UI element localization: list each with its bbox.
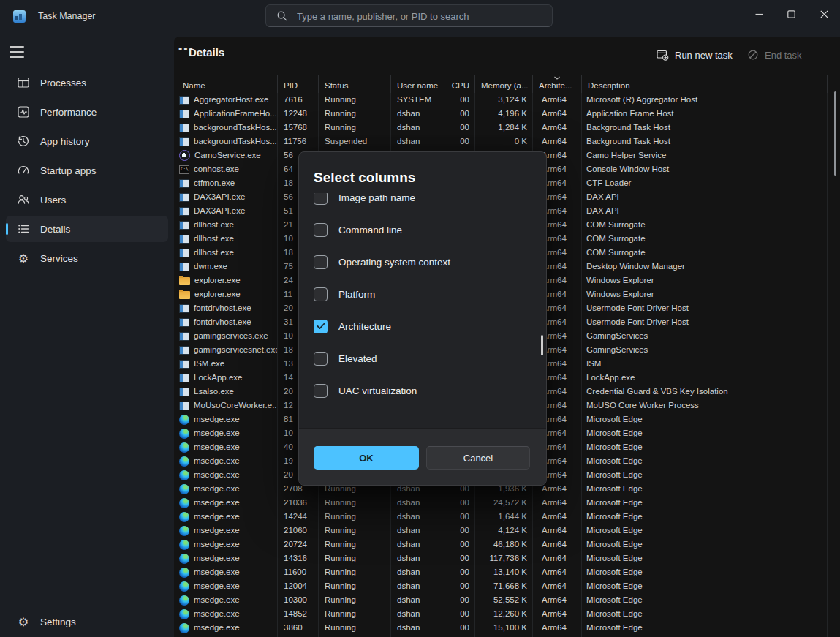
- process-name: msedge.exe: [194, 426, 240, 440]
- checkbox-item-uac-virtualization[interactable]: UAC virtualization: [314, 374, 417, 407]
- cell-user: dshan: [391, 510, 447, 524]
- table-row[interactable]: msedge.exe20724Runningdshan0046,180 KArm…: [175, 538, 828, 551]
- process-name: explorer.exe: [194, 287, 241, 301]
- table-row[interactable]: AggregatorHost.exe7616RunningSYSTEM003,1…: [175, 93, 828, 107]
- edge-process-icon: [179, 470, 189, 480]
- checkbox-item-operating-system-context[interactable]: Operating system context: [314, 246, 450, 278]
- search-input[interactable]: [295, 6, 547, 27]
- checkbox-unchecked[interactable]: [314, 352, 328, 366]
- cell-pid: 21036: [278, 496, 319, 510]
- cell-name: explorer.exe: [175, 287, 278, 301]
- column-header-user[interactable]: User name: [391, 75, 447, 93]
- column-header-desc[interactable]: Description: [582, 75, 828, 93]
- startup-apps-icon: [16, 163, 31, 178]
- sidebar-item-services[interactable]: ⚙Services: [6, 245, 168, 271]
- checkbox-item-platform[interactable]: Platform: [314, 278, 375, 310]
- sidebar-item-settings[interactable]: ⚙ Settings: [6, 608, 168, 635]
- cell-cpu: 00: [447, 107, 475, 121]
- process-name: DAX3API.exe: [194, 204, 245, 218]
- cancel-button[interactable]: Cancel: [426, 446, 530, 470]
- checkbox-item-command-line[interactable]: Command line: [314, 214, 402, 246]
- edge-process-icon: [179, 540, 189, 550]
- checkbox-label: Platform: [338, 289, 375, 300]
- sidebar-item-details[interactable]: Details: [6, 216, 168, 242]
- minimize-button[interactable]: [743, 0, 775, 28]
- table-row[interactable]: msedge.exe14852Runningdshan0012,260 KArm…: [175, 607, 828, 621]
- table-row[interactable]: msedge.exe3860Runningdshan0015,100 KArm6…: [175, 621, 828, 635]
- checkbox-item-image-path-name[interactable]: Image path name: [314, 193, 415, 214]
- maximize-button[interactable]: [775, 0, 807, 28]
- cell-cpu: 00: [447, 496, 475, 510]
- close-button[interactable]: [808, 0, 840, 28]
- window-process-icon: [179, 110, 189, 118]
- checkbox-unchecked[interactable]: [314, 193, 328, 205]
- search-box[interactable]: [265, 4, 553, 27]
- checkbox-checked[interactable]: [314, 320, 328, 333]
- process-name: dllhost.exe: [194, 232, 234, 246]
- cell-user: dshan: [391, 121, 447, 135]
- column-header-arch[interactable]: Archite...: [533, 75, 582, 93]
- cell-arch: Arm64: [533, 579, 582, 593]
- table-row[interactable]: msedge.exe14316Runningdshan00117,736 KAr…: [175, 551, 828, 565]
- cell-arch: Arm64: [533, 538, 582, 551]
- checkbox-label: Command line: [338, 225, 402, 235]
- cell-name: MoUsoCoreWorker.e...: [175, 399, 278, 412]
- column-header-name[interactable]: Name: [175, 75, 278, 93]
- cell-desc: Microsoft Edge: [582, 510, 828, 524]
- table-row[interactable]: msedge.exe12004Runningdshan0071,668 KArm…: [175, 579, 828, 593]
- window-process-icon: [179, 249, 189, 257]
- process-name: msedge.exe: [194, 468, 240, 482]
- table-row[interactable]: msedge.exe21036Runningdshan0024,572 KArm…: [175, 496, 828, 510]
- table-row[interactable]: msedge.exe14244Runningdshan001,644 KArm6…: [175, 510, 828, 524]
- checkbox-unchecked[interactable]: [314, 384, 328, 398]
- sidebar-item-users[interactable]: Users: [6, 186, 168, 213]
- edge-process-icon: [179, 609, 189, 619]
- dialog-scrollbar-thumb[interactable]: [541, 335, 543, 355]
- sidebar-item-performance[interactable]: Performance: [6, 99, 168, 125]
- cell-name: msedge.exe: [175, 565, 278, 579]
- checkbox-label: Image path name: [338, 193, 415, 203]
- ok-button[interactable]: OK: [314, 446, 419, 470]
- checkbox-unchecked[interactable]: [314, 255, 328, 269]
- end-task-button[interactable]: End task: [741, 43, 808, 67]
- sidebar-item-startup-apps[interactable]: Startup apps: [6, 157, 168, 184]
- cell-mem: 24,572 K: [475, 496, 533, 510]
- column-header-pid[interactable]: PID: [278, 75, 319, 93]
- column-header-label: Archite...: [539, 81, 572, 90]
- checkbox-unchecked[interactable]: [314, 223, 328, 237]
- run-new-task-button[interactable]: Run new task: [651, 43, 738, 67]
- table-row[interactable]: msedge.exe10300Runningdshan0052,552 KArm…: [175, 593, 828, 607]
- column-header-mem[interactable]: Memory (a...: [475, 75, 533, 93]
- cell-desc: Desktop Window Manager: [582, 260, 828, 274]
- checkbox-unchecked[interactable]: [314, 287, 328, 301]
- edge-process-icon: [179, 581, 189, 592]
- checkbox-item-architecture[interactable]: Architecture: [314, 310, 391, 342]
- window-process-icon: [179, 402, 189, 410]
- cell-name: Lsalso.exe: [175, 385, 278, 399]
- table-row[interactable]: ApplicationFrameHo...12248Runningdshan00…: [175, 107, 828, 121]
- sidebar-item-label: Settings: [40, 617, 76, 627]
- sidebar-item-processes[interactable]: Processes: [6, 69, 168, 96]
- table-row[interactable]: backgroundTaskHos...15768Runningdshan001…: [175, 121, 828, 135]
- column-header-status[interactable]: Status: [319, 75, 391, 93]
- cell-name: CamoService.exe: [175, 148, 278, 162]
- cell-cpu: 00: [447, 93, 475, 107]
- checkbox-label: Operating system context: [338, 257, 450, 268]
- camo-process-icon: [179, 150, 190, 161]
- table-row[interactable]: msedge.exe21060Runningdshan004,124 KArm6…: [175, 524, 828, 538]
- column-header-cpu[interactable]: CPU: [447, 75, 475, 93]
- cell-name: dwm.exe: [175, 260, 278, 274]
- table-scrollbar-thumb[interactable]: [834, 91, 836, 176]
- cell-mem: 12,260 K: [475, 607, 533, 621]
- cell-mem: 1,644 K: [475, 510, 533, 524]
- checkbox-label: Elevated: [338, 353, 377, 364]
- cell-desc: Console Window Host: [582, 162, 828, 176]
- window-process-icon: [179, 332, 189, 341]
- table-row[interactable]: msedge.exe11600Runningdshan0013,140 KArm…: [175, 565, 828, 579]
- table-row[interactable]: backgroundTaskHos...11756Suspendeddshan0…: [175, 135, 828, 148]
- sidebar-item-app-history[interactable]: App history: [6, 128, 168, 154]
- cell-pid: 20724: [278, 538, 319, 551]
- cell-pid: 21060: [278, 524, 319, 538]
- navigation-menu-button[interactable]: [10, 46, 24, 58]
- checkbox-item-elevated[interactable]: Elevated: [314, 342, 377, 374]
